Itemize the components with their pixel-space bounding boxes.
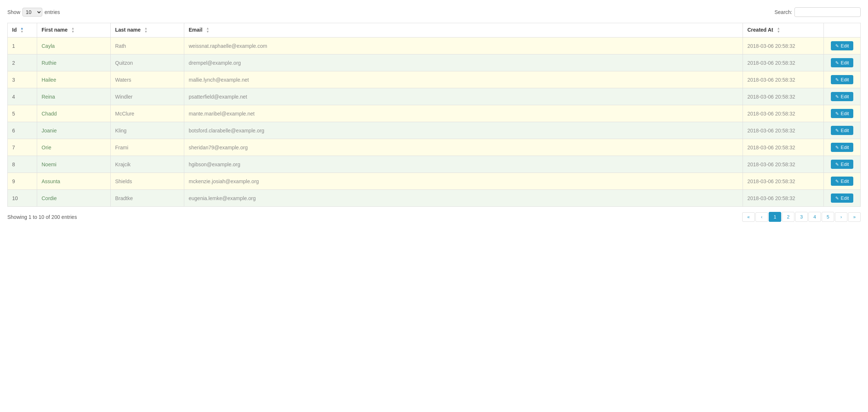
cell-actions: ✎ Edit: [824, 139, 861, 156]
cell-actions: ✎ Edit: [824, 88, 861, 105]
col-header-last-name[interactable]: Last name ▲ ▼: [111, 23, 184, 38]
cell-created-at: 2018-03-06 20:58:32: [743, 139, 824, 156]
cell-id: 2: [8, 54, 37, 71]
cell-email: botsford.clarabelle@example.org: [184, 122, 743, 139]
col-header-created-at[interactable]: Created At ▲ ▼: [743, 23, 824, 38]
cell-created-at: 2018-03-06 20:58:32: [743, 71, 824, 88]
cell-id: 3: [8, 71, 37, 88]
cell-last-name: Kling: [111, 122, 184, 139]
cell-last-name: Shields: [111, 173, 184, 190]
edit-icon: ✎: [835, 162, 839, 167]
edit-icon: ✎: [835, 43, 839, 49]
sort-down-firstname: ▼: [71, 30, 75, 33]
cell-last-name: Frami: [111, 139, 184, 156]
table-row: 9 Assunta Shields mckenzie.josiah@exampl…: [8, 173, 861, 190]
cell-email: mante.maribel@example.net: [184, 105, 743, 122]
edit-icon: ✎: [835, 77, 839, 82]
pagination-page-2[interactable]: 2: [782, 212, 794, 222]
cell-created-at: 2018-03-06 20:58:32: [743, 38, 824, 54]
sort-down-id: ▼: [20, 30, 24, 33]
cell-id: 10: [8, 190, 37, 207]
cell-id: 4: [8, 88, 37, 105]
edit-button[interactable]: ✎ Edit: [831, 177, 853, 186]
table-row: 2 Ruthie Quitzon drempel@example.org 201…: [8, 54, 861, 71]
table-row: 3 Hailee Waters mallie.lynch@example.net…: [8, 71, 861, 88]
edit-button[interactable]: ✎ Edit: [831, 160, 853, 169]
search-box: Search:: [775, 7, 861, 17]
cell-id: 7: [8, 139, 37, 156]
sort-icons-lastname: ▲ ▼: [144, 27, 147, 33]
cell-first-name: Cordie: [37, 190, 111, 207]
cell-id: 1: [8, 38, 37, 54]
entries-select[interactable]: 10 25 50 100: [22, 8, 42, 17]
cell-actions: ✎ Edit: [824, 122, 861, 139]
entries-label: entries: [45, 9, 60, 15]
table-row: 4 Reina Windler psatterfield@example.net…: [8, 88, 861, 105]
sort-icons-firstname: ▲ ▼: [71, 27, 75, 33]
cell-last-name: Waters: [111, 71, 184, 88]
edit-icon: ✎: [835, 145, 839, 150]
cell-id: 6: [8, 122, 37, 139]
pagination-next[interactable]: ›: [835, 212, 847, 222]
bottom-bar: Showing 1 to 10 of 200 entries « ‹ 1 2 3…: [7, 212, 861, 222]
pagination-first[interactable]: «: [742, 212, 755, 222]
cell-created-at: 2018-03-06 20:58:32: [743, 122, 824, 139]
pagination-page-5[interactable]: 5: [822, 212, 834, 222]
edit-button[interactable]: ✎ Edit: [831, 193, 853, 203]
edit-button[interactable]: ✎ Edit: [831, 75, 853, 84]
cell-email: mallie.lynch@example.net: [184, 71, 743, 88]
pagination-last[interactable]: »: [848, 212, 861, 222]
cell-actions: ✎ Edit: [824, 173, 861, 190]
data-table: Id ▲ ▼ First name ▲ ▼ Last name ▲ ▼: [7, 23, 861, 207]
cell-actions: ✎ Edit: [824, 105, 861, 122]
top-controls: Show 10 25 50 100 entries Search:: [7, 7, 861, 17]
pagination-page-1[interactable]: 1: [769, 212, 781, 222]
cell-email: drempel@example.org: [184, 54, 743, 71]
cell-first-name: Hailee: [37, 71, 111, 88]
table-row: 10 Cordie Bradtke eugenia.lemke@example.…: [8, 190, 861, 207]
cell-created-at: 2018-03-06 20:58:32: [743, 156, 824, 173]
edit-icon: ✎: [835, 111, 839, 116]
edit-icon: ✎: [835, 60, 839, 65]
col-header-email[interactable]: Email ▲ ▼: [184, 23, 743, 38]
cell-actions: ✎ Edit: [824, 71, 861, 88]
pagination-prev[interactable]: ‹: [755, 212, 768, 222]
edit-icon: ✎: [835, 94, 839, 99]
cell-created-at: 2018-03-06 20:58:32: [743, 88, 824, 105]
cell-last-name: Quitzon: [111, 54, 184, 71]
edit-button[interactable]: ✎ Edit: [831, 41, 853, 50]
cell-first-name: Reina: [37, 88, 111, 105]
sort-icons-created: ▲ ▼: [777, 27, 780, 33]
cell-last-name: Windler: [111, 88, 184, 105]
table-row: 8 Noemi Krajcik hgibson@example.org 2018…: [8, 156, 861, 173]
edit-button[interactable]: ✎ Edit: [831, 58, 853, 67]
table-header-row: Id ▲ ▼ First name ▲ ▼ Last name ▲ ▼: [8, 23, 861, 38]
table-row: 1 Cayla Rath weissnat.raphaelle@example.…: [8, 38, 861, 54]
edit-button[interactable]: ✎ Edit: [831, 143, 853, 152]
edit-button[interactable]: ✎ Edit: [831, 109, 853, 118]
pagination-page-4[interactable]: 4: [808, 212, 821, 222]
cell-email: psatterfield@example.net: [184, 88, 743, 105]
col-header-id[interactable]: Id ▲ ▼: [8, 23, 37, 38]
pagination: « ‹ 1 2 3 4 5 › »: [742, 212, 861, 222]
cell-last-name: Bradtke: [111, 190, 184, 207]
cell-email: eugenia.lemke@example.org: [184, 190, 743, 207]
edit-button[interactable]: ✎ Edit: [831, 126, 853, 135]
cell-first-name: Chadd: [37, 105, 111, 122]
pagination-page-3[interactable]: 3: [795, 212, 808, 222]
cell-last-name: Rath: [111, 38, 184, 54]
cell-actions: ✎ Edit: [824, 190, 861, 207]
sort-icons-id: ▲ ▼: [20, 27, 24, 33]
sort-icons-email: ▲ ▼: [206, 27, 209, 33]
edit-icon: ✎: [835, 179, 839, 184]
cell-first-name: Ruthie: [37, 54, 111, 71]
search-input[interactable]: [794, 7, 861, 17]
edit-button[interactable]: ✎ Edit: [831, 92, 853, 101]
cell-id: 5: [8, 105, 37, 122]
cell-last-name: McClure: [111, 105, 184, 122]
col-header-first-name[interactable]: First name ▲ ▼: [37, 23, 111, 38]
search-label: Search:: [775, 9, 792, 15]
show-entries-container: Show 10 25 50 100 entries: [7, 8, 60, 17]
cell-created-at: 2018-03-06 20:58:32: [743, 105, 824, 122]
table-row: 5 Chadd McClure mante.maribel@example.ne…: [8, 105, 861, 122]
